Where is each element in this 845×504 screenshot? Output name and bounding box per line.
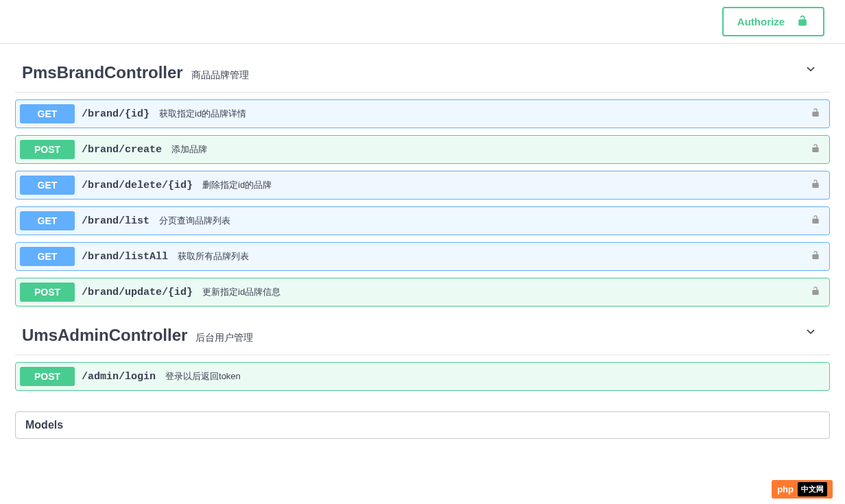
operation-path: /brand/{id} (82, 108, 150, 120)
operation-summary: 更新指定id品牌信息 (202, 286, 281, 298)
operation-row[interactable]: GET/brand/list分页查询品牌列表 (15, 206, 830, 235)
chevron-down-icon (804, 62, 818, 79)
operation-path: /brand/list (82, 215, 150, 227)
authorize-label: Authorize (737, 16, 785, 27)
operation-path: /admin/login (82, 371, 156, 383)
authorize-button[interactable]: Authorize (722, 7, 824, 36)
controller-name: PmsBrandController (22, 63, 183, 82)
method-badge: POST (20, 283, 75, 302)
controller-desc: 后台用户管理 (195, 332, 253, 344)
lock-icon (810, 106, 821, 121)
lock-open-icon (796, 14, 809, 29)
operation-row[interactable]: GET/brand/{id}获取指定id的品牌详情 (15, 99, 830, 128)
operation-row[interactable]: POST/brand/update/{id}更新指定id品牌信息 (15, 278, 830, 307)
lock-icon (810, 142, 821, 157)
operation-row[interactable]: GET/brand/listAll获取所有品牌列表 (15, 242, 830, 271)
controller-name: UmsAdminController (22, 326, 187, 345)
controller-header[interactable]: UmsAdminController后台用户管理 (15, 307, 830, 355)
models-section[interactable]: Models (15, 411, 830, 439)
operation-summary: 删除指定id的品牌 (202, 179, 272, 191)
models-label: Models (25, 419, 63, 431)
operation-path: /brand/delete/{id} (82, 180, 193, 191)
method-badge: GET (20, 211, 75, 230)
operation-summary: 登录以后返回token (165, 370, 241, 383)
operation-path: /brand/listAll (82, 251, 168, 263)
topbar: Authorize (0, 0, 845, 44)
operation-summary: 获取所有品牌列表 (178, 250, 249, 263)
method-badge: POST (20, 140, 75, 159)
lock-icon (810, 249, 821, 264)
lock-icon (810, 178, 821, 193)
operation-summary: 添加品牌 (171, 143, 207, 156)
method-badge: GET (20, 176, 75, 195)
method-badge: POST (20, 367, 75, 386)
operation-row[interactable]: POST/brand/create添加品牌 (15, 135, 830, 164)
operation-path: /brand/create (82, 144, 162, 156)
chevron-down-icon (804, 325, 818, 341)
lock-icon (810, 213, 821, 228)
lock-icon (810, 285, 821, 300)
operation-path: /brand/update/{id} (82, 287, 193, 298)
controller-header[interactable]: PmsBrandController商品品牌管理 (15, 44, 830, 93)
controller-desc: 商品品牌管理 (191, 69, 249, 82)
operation-summary: 获取指定id的品牌详情 (159, 108, 246, 120)
method-badge: GET (20, 247, 75, 266)
content: PmsBrandController商品品牌管理GET/brand/{id}获取… (0, 44, 845, 439)
operation-row[interactable]: GET/brand/delete/{id}删除指定id的品牌 (15, 171, 830, 200)
method-badge: GET (20, 104, 75, 123)
operation-summary: 分页查询品牌列表 (159, 215, 230, 227)
operation-row[interactable]: POST/admin/login登录以后返回token (15, 362, 830, 391)
